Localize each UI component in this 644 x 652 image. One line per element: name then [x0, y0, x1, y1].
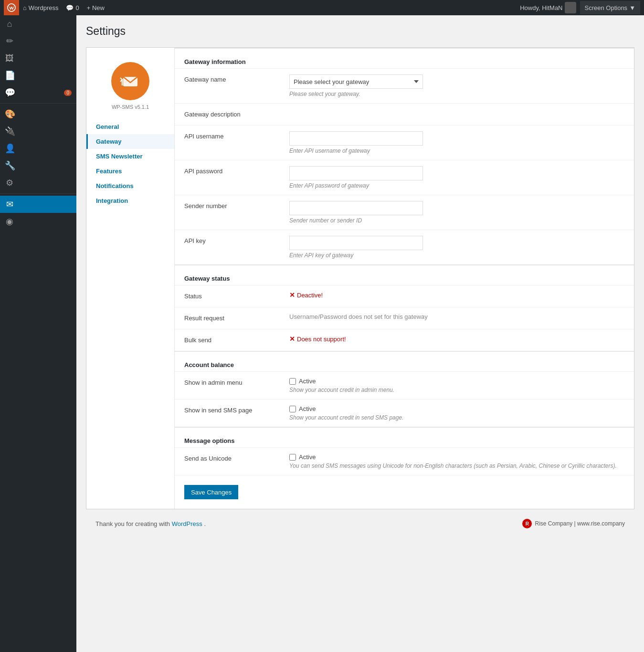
- sidebar-item-plugins[interactable]: 🔌: [0, 123, 76, 140]
- show-admin-menu-checkbox[interactable]: [289, 378, 296, 385]
- sidebar-item-dashboard[interactable]: ⌂: [0, 15, 76, 32]
- field-send-unicode: Active You can send SMS messages using U…: [280, 448, 634, 475]
- nav-item-gateway[interactable]: Gateway: [86, 134, 174, 149]
- bulk-send-value: Does not support!: [297, 336, 346, 343]
- pages-icon: 📄: [5, 70, 14, 81]
- label-show-sms-page: Show in send SMS page: [175, 400, 280, 428]
- sms-icon: ✉: [5, 199, 14, 210]
- bulk-send-display: ✕ Does not support!: [289, 335, 624, 343]
- sidebar-item-media[interactable]: 🖼: [0, 50, 76, 67]
- gateway-name-select[interactable]: Please select your gateway: [289, 74, 423, 89]
- send-unicode-desc: You can send SMS messages using Unicode …: [289, 463, 624, 469]
- label-send-unicode: Send as Unicode: [175, 448, 280, 475]
- footer-right-text: Rise Company | www.rise.company: [535, 520, 625, 527]
- users-icon: 👤: [5, 143, 14, 154]
- adminbar-new-label: + New: [87, 4, 105, 11]
- sidebar-item-users[interactable]: 👤: [0, 140, 76, 157]
- save-changes-button[interactable]: Save Changes: [184, 485, 238, 499]
- sidebar-item-appearance[interactable]: 🎨: [0, 105, 76, 123]
- footer-right: R Rise Company | www.rise.company: [522, 519, 625, 528]
- nav-item-integration[interactable]: Integration: [86, 193, 174, 208]
- show-admin-menu-checkbox-row: Active: [289, 378, 624, 385]
- screen-options-button[interactable]: Screen Options ▼: [580, 1, 640, 14]
- field-sender-number: Sender number or sender ID: [280, 195, 634, 230]
- row-show-sms-page: Show in send SMS page Active Show your a…: [175, 400, 634, 428]
- form-actions: Save Changes: [175, 475, 634, 509]
- field-bulk-send: ✕ Does not support!: [280, 329, 634, 352]
- sidebar-item-sms[interactable]: ✉: [0, 196, 76, 213]
- svg-text:W: W: [10, 5, 14, 11]
- main-content: Settings WP-SMS v5.1.1: [76, 15, 644, 652]
- media-icon: 🖼: [5, 53, 14, 63]
- adminbar-howdy[interactable]: Howdy, HitMaN: [516, 0, 580, 15]
- settings-container: WP-SMS v5.1.1 General Gateway SMS Newsle…: [86, 47, 634, 509]
- section-gateway-info: Gateway information: [175, 48, 634, 69]
- sidebar-item-woo[interactable]: ◉: [0, 213, 76, 230]
- appearance-icon: 🎨: [5, 109, 14, 119]
- screen-options-label: Screen Options: [585, 4, 628, 11]
- comments-badge: 0: [64, 90, 72, 96]
- nav-item-notifications[interactable]: Notifications: [86, 179, 174, 193]
- comments-icon: 💬: [5, 87, 14, 98]
- wordpress-link[interactable]: WordPress: [172, 520, 204, 527]
- sidebar-item-pages[interactable]: 📄: [0, 67, 76, 84]
- section-gateway-status: Gateway status: [175, 265, 634, 285]
- show-admin-menu-checkbox-label: Active: [299, 378, 316, 385]
- row-show-admin-menu: Show in admin menu Active Show your acco…: [175, 372, 634, 400]
- sidebar-item-settings[interactable]: ⚙: [0, 174, 76, 191]
- section-message-options: Message options: [175, 427, 634, 448]
- user-avatar: [565, 2, 576, 13]
- chevron-down-icon: ▼: [629, 4, 635, 11]
- dashboard-icon: ⌂: [5, 19, 14, 29]
- show-sms-page-desc: Show your account credit in send SMS pag…: [289, 414, 624, 421]
- sender-number-desc: Sender number or sender ID: [289, 217, 624, 224]
- api-password-input[interactable]: [289, 166, 423, 180]
- send-unicode-checkbox-label: Active: [299, 453, 316, 461]
- show-sms-page-checkbox[interactable]: [289, 406, 296, 412]
- adminbar-comments[interactable]: 💬 0: [62, 0, 83, 15]
- adminbar-site[interactable]: ⌂ Wordpress: [19, 0, 62, 15]
- page-title: Settings: [86, 25, 634, 38]
- field-gateway-description: [280, 104, 634, 126]
- api-key-input[interactable]: [289, 236, 423, 250]
- status-x-icon: ✕: [289, 291, 295, 299]
- section-account-balance-title: Account balance: [175, 351, 634, 372]
- footer-left: Thank you for creating with WordPress .: [95, 520, 206, 527]
- row-sender-number: Sender number Sender number or sender ID: [175, 195, 634, 230]
- show-admin-menu-desc: Show your account credit in admin menu.: [289, 387, 624, 393]
- adminbar-comment-count: 0: [75, 4, 79, 11]
- gateway-name-desc: Please select your gateway.: [289, 91, 624, 97]
- api-username-input[interactable]: [289, 131, 423, 146]
- row-send-unicode: Send as Unicode Active You can send SMS …: [175, 448, 634, 475]
- field-api-key: Enter API key of gateway: [280, 230, 634, 265]
- comment-icon: 💬: [66, 4, 74, 11]
- send-unicode-checkbox[interactable]: [289, 454, 296, 461]
- sidebar-item-tools[interactable]: 🔧: [0, 157, 76, 174]
- field-api-password: Enter API password of gateway: [280, 160, 634, 195]
- field-show-admin-menu: Active Show your account credit in admin…: [280, 372, 634, 400]
- sidebar-item-posts[interactable]: ✏: [0, 32, 76, 50]
- settings-nav-list: General Gateway SMS Newsletter Features …: [86, 119, 174, 208]
- row-gateway-description: Gateway description: [175, 104, 634, 126]
- nav-item-general[interactable]: General: [86, 119, 174, 134]
- label-api-username: API username: [175, 126, 280, 160]
- sender-number-input[interactable]: [289, 201, 423, 215]
- label-sender-number: Sender number: [175, 195, 280, 230]
- adminbar-new[interactable]: + New: [83, 0, 108, 15]
- api-password-desc: Enter API password of gateway: [289, 182, 624, 189]
- section-gateway-status-title: Gateway status: [175, 265, 634, 285]
- wp-logo[interactable]: W: [4, 0, 19, 15]
- section-gateway-info-title: Gateway information: [175, 48, 634, 69]
- row-api-key: API key Enter API key of gateway: [175, 230, 634, 265]
- field-gateway-name: Please select your gateway Please select…: [280, 69, 634, 104]
- api-key-desc: Enter API key of gateway: [289, 252, 624, 259]
- row-bulk-send: Bulk send ✕ Does not support!: [175, 329, 634, 352]
- woo-icon: ◉: [5, 216, 14, 227]
- label-api-password: API password: [175, 160, 280, 195]
- section-message-options-title: Message options: [175, 427, 634, 448]
- nav-item-features[interactable]: Features: [86, 164, 174, 179]
- page-footer: Thank you for creating with WordPress . …: [86, 509, 634, 538]
- plugin-logo-circle: [111, 62, 149, 100]
- nav-item-sms-newsletter[interactable]: SMS Newsletter: [86, 149, 174, 164]
- sidebar-item-comments[interactable]: 💬 0: [0, 84, 76, 101]
